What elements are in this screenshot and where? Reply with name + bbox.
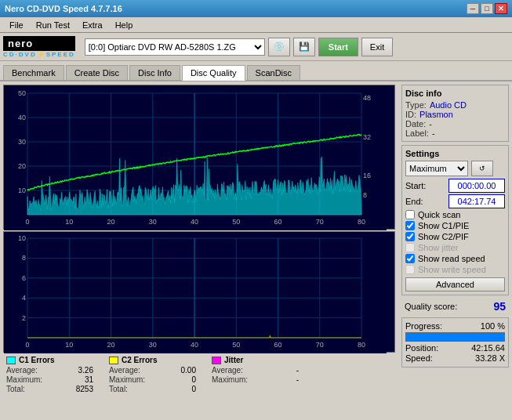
- settings-title: Settings: [405, 149, 505, 158]
- top-chart: [3, 85, 395, 230]
- title-bar: Nero CD-DVD Speed 4.7.7.16 ─ □ ✕: [0, 0, 512, 17]
- position-row: Position: 42:15.64: [405, 343, 505, 353]
- legend: C1 Errors Average: 3.26 Maximum: 31 Tota…: [3, 354, 395, 395]
- c1-legend: C1 Errors Average: 3.26 Maximum: 31 Tota…: [6, 356, 93, 393]
- end-time-row: End:: [405, 194, 505, 208]
- show-c2-label: Show C2/PIF: [418, 232, 469, 241]
- menu-bar: File Run Test Extra Help: [0, 17, 512, 33]
- quick-scan-row: Quick scan: [405, 210, 505, 219]
- menu-extra[interactable]: Extra: [76, 19, 109, 31]
- disc-date-value: -: [429, 119, 432, 129]
- progress-section: Progress: 100 % Position: 42:15.64 Speed…: [401, 317, 509, 368]
- c1-color: [6, 357, 16, 364]
- jitter-label: Jitter: [224, 356, 243, 364]
- menu-run-test[interactable]: Run Test: [30, 19, 76, 31]
- disc-label-row: Label: -: [405, 129, 505, 138]
- nero-logo: nero CD·DVD⚡SPEED: [3, 36, 75, 58]
- disc-date-row: Date: -: [405, 119, 505, 129]
- progress-value: 100 %: [481, 321, 505, 331]
- disc-id-row: ID: Plasmon: [405, 110, 505, 119]
- tab-scan-disc[interactable]: ScanDisc: [247, 65, 300, 80]
- main-content: C1 Errors Average: 3.26 Maximum: 31 Tota…: [0, 81, 512, 420]
- settings-section: Settings Maximum ↺ Start: End: Quick sca…: [401, 145, 509, 295]
- quality-score-row: Quality score: 95: [401, 299, 509, 314]
- speed-value: 33.28 X: [475, 353, 505, 363]
- window-title: Nero CD-DVD Speed 4.7.7.16: [5, 4, 122, 13]
- toolbar: nero CD·DVD⚡SPEED [0:0] Optiarc DVD RW A…: [0, 33, 512, 61]
- save-button[interactable]: 💾: [293, 38, 315, 56]
- disc-info-section: Disc info Type: Audio CD ID: Plasmon Dat…: [401, 85, 509, 142]
- progress-row: Progress: 100 %: [405, 321, 505, 331]
- disc-type-row: Type: Audio CD: [405, 100, 505, 110]
- menu-help[interactable]: Help: [109, 19, 140, 31]
- right-panel: Disc info Type: Audio CD ID: Plasmon Dat…: [398, 81, 512, 420]
- tab-disc-info[interactable]: Disc Info: [129, 65, 180, 80]
- drive-select[interactable]: [0:0] Optiarc DVD RW AD-5280S 1.ZG: [85, 38, 265, 56]
- disc-label-value: -: [432, 129, 435, 138]
- show-c1-checkbox[interactable]: [405, 221, 415, 230]
- speed-select[interactable]: Maximum: [405, 161, 468, 176]
- tab-create-disc[interactable]: Create Disc: [66, 65, 128, 80]
- minimize-button[interactable]: ─: [467, 3, 479, 14]
- show-read-speed-label: Show read speed: [418, 254, 485, 263]
- show-c2-row: Show C2/PIF: [405, 232, 505, 241]
- position-value: 42:15.64: [471, 343, 505, 353]
- speed-row: Maximum ↺: [405, 161, 505, 176]
- quick-scan-checkbox[interactable]: [405, 210, 415, 219]
- jitter-color: [212, 357, 221, 364]
- maximize-button[interactable]: □: [481, 3, 493, 14]
- tab-benchmark[interactable]: Benchmark: [3, 65, 64, 80]
- start-time-input[interactable]: [448, 179, 505, 193]
- start-button[interactable]: Start: [318, 38, 358, 56]
- show-write-speed-checkbox: [405, 265, 415, 274]
- menu-file[interactable]: File: [3, 19, 30, 31]
- c2-legend: C2 Errors Average: 0.00 Maximum: 0 Total…: [109, 356, 196, 393]
- start-label: Start:: [405, 181, 426, 190]
- chart-area: C1 Errors Average: 3.26 Maximum: 31 Tota…: [0, 81, 398, 420]
- progress-bar-fill: [406, 333, 504, 341]
- quick-scan-label: Quick scan: [418, 210, 460, 219]
- show-write-speed-label: Show write speed: [418, 265, 486, 274]
- show-read-speed-row: Show read speed: [405, 254, 505, 263]
- speed-row-progress: Speed: 33.28 X: [405, 353, 505, 363]
- c2-color: [109, 357, 118, 364]
- settings-icon-button[interactable]: ↺: [471, 161, 493, 176]
- bottom-chart: [3, 231, 395, 353]
- show-jitter-row: Show jitter: [405, 243, 505, 252]
- c2-label: C2 Errors: [122, 356, 158, 364]
- end-label: End:: [405, 197, 423, 206]
- tab-disc-quality[interactable]: Disc Quality: [182, 65, 245, 81]
- start-time-row: Start:: [405, 179, 505, 193]
- disc-type-value: Audio CD: [430, 100, 467, 110]
- end-time-input[interactable]: [448, 194, 505, 208]
- disc-id-value: Plasmon: [419, 110, 453, 119]
- quality-score-label: Quality score:: [405, 302, 457, 311]
- show-write-speed-row: Show write speed: [405, 265, 505, 274]
- window-controls[interactable]: ─ □ ✕: [467, 3, 507, 14]
- disc-info-title: Disc info: [405, 89, 505, 98]
- quality-score-value: 95: [493, 300, 506, 313]
- show-jitter-checkbox: [405, 243, 415, 252]
- position-label: Position:: [405, 343, 438, 353]
- c1-label: C1 Errors: [19, 356, 55, 364]
- exit-button[interactable]: Exit: [361, 38, 393, 56]
- tab-bar: Benchmark Create Disc Disc Info Disc Qua…: [0, 61, 512, 81]
- show-c2-checkbox[interactable]: [405, 232, 415, 241]
- progress-bar-wrap: [405, 332, 505, 342]
- speed-label: Speed:: [405, 353, 433, 363]
- progress-label: Progress:: [405, 321, 442, 331]
- show-c1-label: Show C1/PIE: [418, 221, 469, 230]
- advanced-button[interactable]: Advanced: [405, 277, 505, 291]
- show-jitter-label: Show jitter: [418, 243, 458, 252]
- disc-icon-button[interactable]: 💿: [268, 38, 290, 56]
- close-button[interactable]: ✕: [495, 3, 507, 14]
- show-c1-row: Show C1/PIE: [405, 221, 505, 230]
- show-read-speed-checkbox[interactable]: [405, 254, 415, 263]
- jitter-legend: Jitter Average: - Maximum: -: [212, 356, 299, 393]
